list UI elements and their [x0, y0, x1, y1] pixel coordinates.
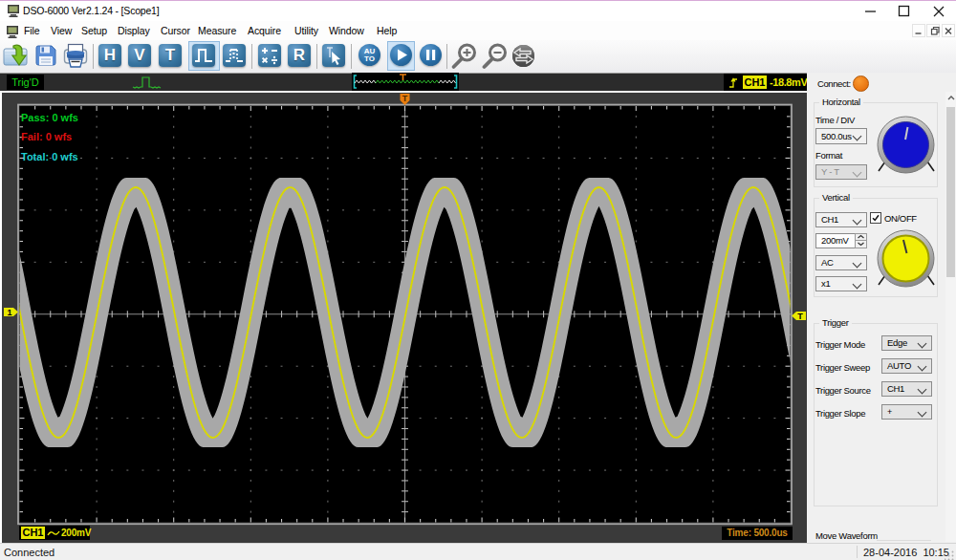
svg-text:1: 1	[7, 308, 11, 317]
svg-text:T: T	[797, 312, 803, 321]
svg-text:T: T	[402, 94, 408, 103]
